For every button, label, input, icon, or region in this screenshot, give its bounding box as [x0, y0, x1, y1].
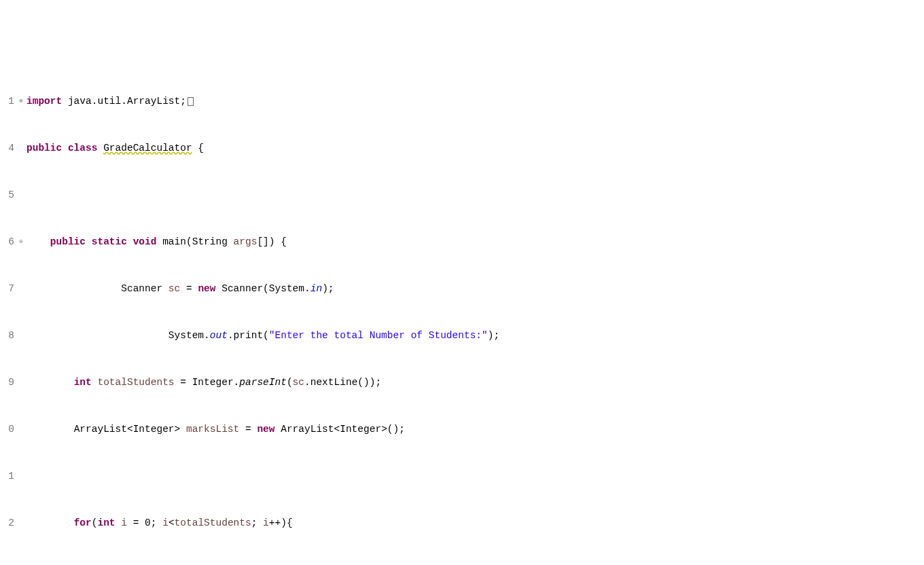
line-number: 8 [0, 328, 14, 344]
line-number: 6 [0, 234, 14, 250]
code-line[interactable]: import java.util.ArrayList; [26, 94, 924, 109]
code-line[interactable]: ArrayList<Integer> marksList = new Array… [26, 422, 924, 437]
code-editor: 1 4 5 6 7 8 9 0 1 2 3 4 5 6 7 8 9 0 1 2 … [0, 62, 924, 565]
code-line[interactable]: int totalStudents = Integer.parseInt(sc.… [26, 375, 924, 390]
code-line[interactable]: public static void main(String args[]) { [26, 234, 924, 250]
line-number: 2 [0, 515, 14, 531]
line-number: 3 [0, 562, 14, 565]
fold-column: ⊕ ⊖ [16, 62, 26, 565]
code-line[interactable] [26, 187, 924, 203]
code-line[interactable]: System.out.print("Enter the total Number… [26, 328, 924, 344]
code-line[interactable]: for(int i = 0; i<totalStudents; i++){ [26, 515, 924, 531]
line-number: 5 [0, 187, 14, 203]
line-number-gutter: 1 4 5 6 7 8 9 0 1 2 3 4 5 6 7 8 9 0 1 2 … [0, 62, 16, 565]
fold-expanded-icon[interactable]: ⊖ [16, 234, 26, 250]
code-line[interactable]: Scanner sc = new Scanner(System.in); [26, 281, 924, 297]
code-line[interactable]: System.out.print("Enter Student " + (i+1… [26, 562, 924, 565]
line-number: 0 [0, 422, 14, 437]
line-number: 1 [0, 94, 14, 109]
line-number: 7 [0, 281, 14, 297]
line-number: 9 [0, 375, 14, 390]
line-number: 4 [0, 141, 14, 156]
fold-collapsed-icon[interactable]: ⊕ [16, 94, 26, 109]
code-area[interactable]: import java.util.ArrayList; public class… [26, 62, 924, 565]
code-line[interactable]: public class GradeCalculator { [26, 141, 924, 156]
code-line[interactable] [26, 469, 924, 484]
line-number: 1 [0, 469, 14, 484]
fold-placeholder-icon[interactable] [188, 97, 194, 106]
